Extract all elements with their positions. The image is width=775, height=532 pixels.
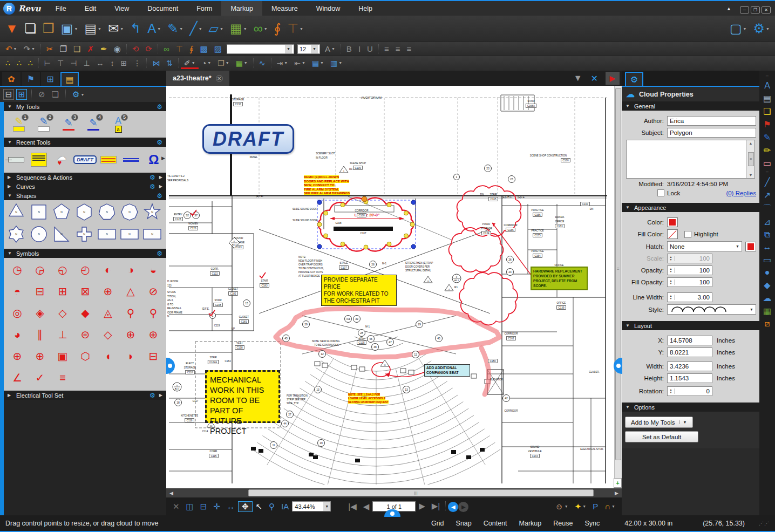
eraser[interactable]: ▭	[763, 157, 771, 169]
pan-tool[interactable]: ✥	[238, 501, 253, 512]
line-width-stepper[interactable]: ▲▼3.00	[667, 292, 712, 302]
symbol-item-30[interactable]: ▣	[51, 345, 74, 367]
drawing-canvas[interactable]: Length: 20'-0"AUDITORIUMSTORAGEC130STAIR…	[166, 86, 622, 488]
polygon-markup[interactable]: ◆	[764, 279, 770, 291]
vertical-scrollbar-thumb[interactable]	[615, 88, 621, 460]
paintbrush[interactable]: ✐▼	[181, 59, 199, 69]
pen-blue-tool[interactable]: 4✎	[83, 114, 104, 135]
arrow-markup[interactable]: ↗	[764, 189, 771, 201]
manage-tool-sets[interactable]: ⚙▼	[70, 87, 86, 102]
symbol-item-29[interactable]: ⊕	[29, 345, 51, 367]
align-left[interactable]: ≡	[381, 44, 392, 53]
recent-cloud-heart[interactable]: ☁♥	[52, 151, 71, 169]
thumbnails-tab[interactable]: ⊞	[41, 72, 59, 86]
hyperlink-tool[interactable]: ∞▼	[250, 21, 271, 36]
symbol-item-12[interactable]: △	[119, 281, 142, 302]
callout-markup[interactable]: ⧉	[764, 229, 770, 241]
distribute-vertical[interactable]: ↕	[107, 59, 118, 67]
align-right[interactable]: ≡	[403, 44, 414, 53]
section-shapes[interactable]: ▼Shapes⚙	[4, 191, 166, 200]
fit-page[interactable]: ✛	[210, 502, 223, 511]
rotation-stepper[interactable]: ▲▼0	[667, 386, 712, 396]
open-file[interactable]: ❒	[39, 21, 58, 36]
sequences-gear-icon[interactable]: ⚙	[149, 174, 155, 181]
section-sequences[interactable]: ▶Sequences & Actions⚙▶	[4, 173, 166, 182]
symbol-item-18[interactable]: ◬	[97, 302, 119, 324]
hatch-select[interactable]: None▼	[667, 241, 742, 251]
cloud-markup[interactable]: ☁	[763, 292, 772, 304]
eraser-markup[interactable]: ▩	[197, 44, 211, 54]
expand-symbols[interactable]: ⊞	[16, 89, 27, 100]
my-tools-gear-icon[interactable]: ⚙	[157, 103, 162, 111]
move-vertex[interactable]: ∴	[25, 59, 36, 67]
polyline-markup[interactable]: ⊿	[764, 216, 771, 228]
horizontal-scrollbar-thumb[interactable]	[248, 489, 594, 496]
numbered-list[interactable]: ▥▼	[327, 59, 345, 67]
separate-price-note-markup[interactable]: PROVIDE SEPARATE PRICE FOR WORK RELATED …	[321, 275, 397, 306]
symbol-item-33[interactable]: ◗	[119, 345, 142, 367]
symbol-item-22[interactable]: ∥	[29, 324, 51, 345]
menu-markup[interactable]: Markup	[221, 1, 262, 16]
next-page[interactable]: ▶	[416, 501, 429, 511]
symbol-item-2[interactable]: ◵	[51, 259, 74, 281]
section-my-tools[interactable]: ▼My Tools⚙	[4, 102, 166, 111]
pen-markup[interactable]: ✎	[764, 131, 771, 144]
markup-flag-panel[interactable]: ▶	[606, 72, 620, 85]
status-toggle-sync[interactable]: Sync	[584, 520, 600, 527]
fill-color-swatch[interactable]	[667, 229, 678, 239]
image-tool[interactable]: ▦▼	[227, 21, 250, 36]
font-color[interactable]: A▼	[322, 44, 338, 53]
symbol-item-37[interactable]: ≡	[51, 367, 74, 388]
width-field[interactable]	[667, 362, 712, 371]
sequences-expand-icon[interactable]: ▶	[159, 175, 162, 180]
author-field[interactable]	[667, 116, 756, 126]
align-edges-bottom[interactable]: ⊥	[80, 59, 93, 67]
highlight-tool[interactable]: 1✎	[8, 114, 30, 135]
first-page[interactable]: |◀	[345, 502, 359, 511]
pen-white-tool[interactable]: 2✎	[33, 114, 55, 135]
polygon-tool[interactable]: ▱▼	[206, 21, 227, 36]
pin-toolbar-icon[interactable]: ▲	[726, 6, 731, 11]
file-access-tab[interactable]: ✿	[2, 72, 21, 86]
highlight-checkbox[interactable]	[684, 231, 691, 238]
minimize-button[interactable]: ─	[740, 6, 749, 13]
close-document[interactable]: ✕	[590, 73, 599, 84]
new-document[interactable]: ❏	[22, 21, 40, 36]
y-field[interactable]	[667, 347, 712, 357]
scroll-left-icon[interactable]: ◀	[166, 490, 176, 496]
symbol-item-10[interactable]: ⊠	[74, 281, 97, 302]
recent-tools-gear-icon[interactable]: ⚙	[157, 139, 162, 146]
document-tab[interactable]: a23-theatre* ✕	[166, 71, 229, 86]
electrical-expand-icon[interactable]: ▶	[159, 393, 162, 398]
close-button[interactable]: ✕	[762, 6, 771, 13]
add-vertex[interactable]: ∴	[2, 59, 13, 67]
menu-measure[interactable]: Measure	[262, 1, 307, 16]
attachment-tool[interactable]: ∮	[271, 21, 284, 36]
symbol-item-19[interactable]: ⚲	[119, 302, 142, 324]
align-edges-right[interactable]: ⊣	[67, 59, 80, 67]
section-layout[interactable]: ▼Layout	[622, 321, 759, 330]
pdf-properties[interactable]: P	[589, 502, 601, 511]
symbol-item-6[interactable]: ◒	[142, 259, 165, 281]
center-markups[interactable]: ⊞	[118, 59, 131, 67]
section-general[interactable]: ▼General	[622, 101, 759, 111]
properties-mode[interactable]: ❏	[50, 87, 61, 102]
companion-seat-note-markup[interactable]: ADD ADDITIONAL COMPANION SEAT	[424, 364, 470, 377]
hyperlink[interactable]: ∞	[160, 44, 173, 53]
fill-opacity-stepper[interactable]: ▲▼100	[667, 277, 712, 287]
approve-stamp[interactable]: ⊤	[173, 44, 186, 54]
symbol-item-15[interactable]: ◈	[29, 302, 51, 324]
set-as-default-button[interactable]: Set as Default	[625, 431, 698, 442]
crop-snapshot[interactable]: ⧄	[764, 318, 770, 330]
menu-file[interactable]: File	[46, 1, 76, 16]
menu-form[interactable]: Form	[187, 1, 221, 16]
properties-tab[interactable]: ⚙	[625, 72, 643, 86]
last-page[interactable]: ▶|	[429, 501, 443, 511]
zoom-dropdown-icon[interactable]: ▼	[323, 502, 330, 511]
pen-tool[interactable]: ✎▼	[164, 21, 186, 36]
collapse-symbols[interactable]: ⊟	[3, 89, 14, 100]
vertical-scrollbar[interactable]: +	[614, 86, 622, 488]
symbol-item-17[interactable]: ◆	[74, 302, 97, 324]
line-tool[interactable]: ╱▼	[186, 21, 205, 36]
section-curves[interactable]: ▶Curves⚙▶	[4, 182, 166, 191]
